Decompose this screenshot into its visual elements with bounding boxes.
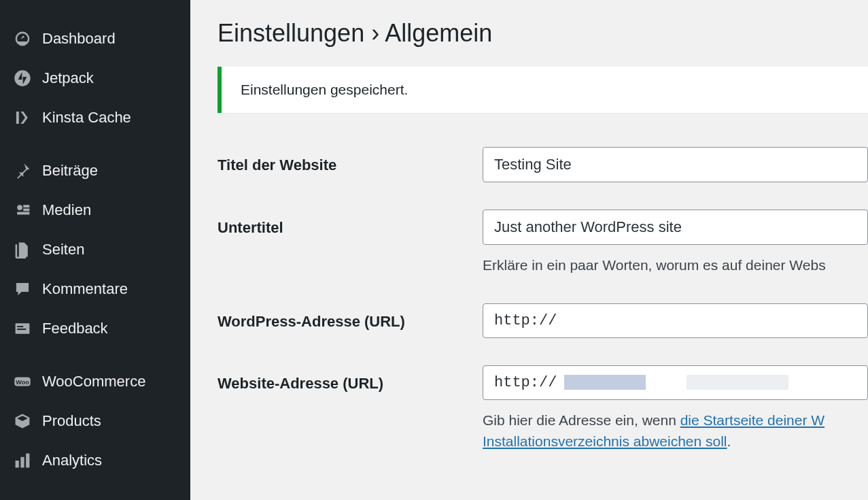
page-title: Einstellungen › Allgemein <box>218 19 868 48</box>
sidebar-item-label: Kommentare <box>42 280 128 298</box>
sidebar-item-pages[interactable]: Seiten <box>0 230 190 269</box>
sidebar-item-feedback[interactable]: Feedback <box>0 309 190 348</box>
pages-icon <box>12 239 33 260</box>
sidebar-item-label: WooCommerce <box>42 373 145 390</box>
sidebar-item-label: Dashboard <box>42 30 116 48</box>
label-wp-url: WordPress-Adresse (URL) <box>218 303 483 331</box>
sidebar-item-jetpack[interactable]: Jetpack <box>0 59 190 98</box>
row-site-url: Website-Adresse (URL) Gib hier die Adres… <box>218 365 868 452</box>
sidebar-item-products[interactable]: Products <box>0 401 190 441</box>
analytics-icon <box>12 450 33 471</box>
help-tagline: Erkläre in ein paar Worten, worum es auf… <box>483 254 868 276</box>
dashboard-icon <box>12 29 33 49</box>
feedback-icon <box>12 318 33 339</box>
sidebar-item-label: Beiträge <box>42 162 98 180</box>
label-site-url: Website-Adresse (URL) <box>218 365 483 393</box>
link-homepage-differs[interactable]: die Startseite deiner W <box>680 412 824 428</box>
sidebar-item-posts[interactable]: Beiträge <box>0 151 190 190</box>
input-tagline[interactable] <box>483 210 868 245</box>
svg-rect-8 <box>20 457 24 468</box>
woo-icon: Woo <box>12 371 33 392</box>
comment-icon <box>12 279 33 299</box>
settings-saved-notice: Einstellungen gespeichert. <box>218 67 868 113</box>
svg-rect-7 <box>16 461 19 467</box>
notice-text: Einstellungen gespeichert. <box>241 82 408 97</box>
sidebar-item-label: Kinsta Cache <box>42 109 131 127</box>
row-site-title: Titel der Website <box>218 147 868 182</box>
jetpack-icon <box>12 68 33 88</box>
sidebar-item-label: Analytics <box>42 452 102 469</box>
link-install-dir[interactable]: Installationsverzeichnis abweichen soll <box>483 433 727 449</box>
sidebar-item-comments[interactable]: Kommentare <box>0 269 190 309</box>
sidebar-item-label: Feedback <box>42 320 108 337</box>
sidebar-item-label: Jetpack <box>42 69 94 87</box>
svg-rect-4 <box>17 329 26 330</box>
label-tagline: Untertitel <box>218 210 483 237</box>
sidebar-item-label: Medien <box>42 201 91 219</box>
sidebar-item-analytics[interactable]: Analytics <box>0 441 190 480</box>
sidebar-item-label: Products <box>42 412 101 430</box>
svg-point-0 <box>14 70 30 86</box>
input-site-url[interactable] <box>483 365 868 400</box>
media-icon <box>12 200 33 220</box>
svg-rect-9 <box>26 454 29 468</box>
input-wp-url[interactable] <box>483 303 868 338</box>
pin-icon <box>12 161 33 181</box>
sidebar-item-dashboard[interactable]: Dashboard <box>0 19 190 59</box>
admin-sidebar: Dashboard Jetpack Kinsta Cache Beiträge <box>0 0 190 500</box>
help-site-url: Gib hier die Adresse ein, wenn die Start… <box>483 410 868 452</box>
kinsta-icon <box>12 107 33 128</box>
products-icon <box>12 411 33 431</box>
sidebar-item-label: Seiten <box>42 241 84 259</box>
sidebar-item-woocommerce[interactable]: Woo WooCommerce <box>0 362 190 401</box>
svg-text:Woo: Woo <box>16 379 29 386</box>
row-wp-url: WordPress-Adresse (URL) <box>218 303 868 338</box>
sidebar-item-media[interactable]: Medien <box>0 190 190 230</box>
input-site-title[interactable] <box>483 147 868 182</box>
svg-point-1 <box>17 205 22 210</box>
label-site-title: Titel der Website <box>218 147 483 174</box>
main-content: Einstellungen › Allgemein Einstellungen … <box>190 0 868 500</box>
row-tagline: Untertitel Erkläre in ein paar Worten, w… <box>218 210 868 276</box>
sidebar-item-kinsta-cache[interactable]: Kinsta Cache <box>0 98 190 137</box>
svg-rect-3 <box>17 326 23 327</box>
